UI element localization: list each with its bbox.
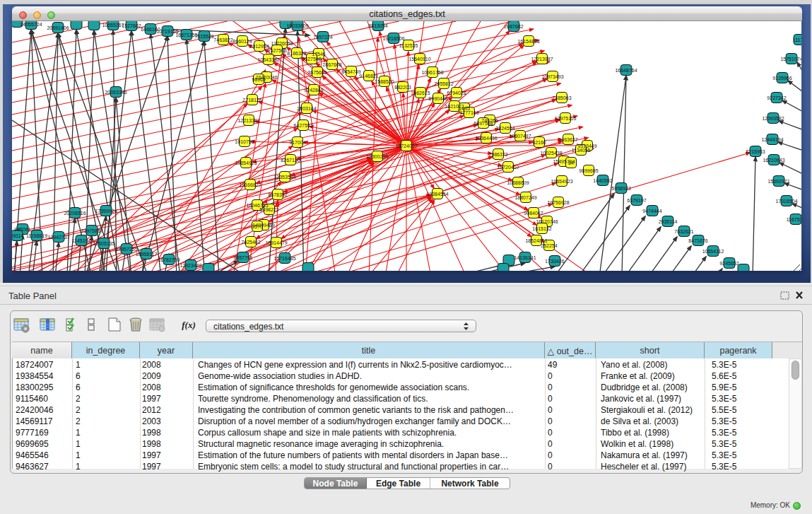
svg-text:8186328: 8186328 bbox=[287, 51, 306, 56]
svg-text:16154808: 16154808 bbox=[517, 39, 539, 44]
svg-text:12093582: 12093582 bbox=[762, 116, 784, 121]
svg-text:8267130: 8267130 bbox=[281, 158, 300, 163]
svg-text:11156819: 11156819 bbox=[26, 233, 47, 238]
svg-text:14136141: 14136141 bbox=[514, 255, 536, 260]
svg-text:12923448: 12923448 bbox=[180, 263, 201, 268]
svg-text:12942737: 12942737 bbox=[47, 235, 69, 240]
svg-text:917004: 917004 bbox=[289, 140, 305, 145]
svg-text:20364436: 20364436 bbox=[475, 136, 497, 141]
svg-text:18300295: 18300295 bbox=[366, 154, 388, 159]
svg-text:10654112: 10654112 bbox=[702, 249, 724, 254]
svg-text:15692971: 15692971 bbox=[767, 179, 789, 184]
svg-text:98965: 98965 bbox=[252, 77, 266, 82]
svg-text:84: 84 bbox=[568, 160, 574, 165]
svg-text:10688609: 10688609 bbox=[507, 180, 529, 185]
svg-text:6794028: 6794028 bbox=[447, 90, 466, 95]
svg-text:9463627: 9463627 bbox=[558, 137, 577, 142]
svg-text:15720407: 15720407 bbox=[497, 165, 519, 170]
svg-text:9227342: 9227342 bbox=[767, 95, 786, 100]
svg-text:7632621: 7632621 bbox=[674, 229, 693, 234]
svg-text:12975115: 12975115 bbox=[555, 116, 577, 121]
svg-text:10958117: 10958117 bbox=[136, 252, 158, 257]
svg-text:8990448: 8990448 bbox=[428, 96, 447, 101]
svg-text:39114: 39114 bbox=[12, 233, 24, 238]
svg-text:252254: 252254 bbox=[541, 243, 557, 248]
svg-text:16914479: 16914479 bbox=[265, 240, 287, 245]
svg-text:17359924: 17359924 bbox=[95, 209, 117, 214]
svg-text:18807249: 18807249 bbox=[514, 195, 536, 200]
svg-text:7857224: 7857224 bbox=[313, 35, 332, 40]
svg-text:7485063: 7485063 bbox=[552, 95, 571, 100]
svg-text:16120746: 16120746 bbox=[536, 219, 558, 224]
svg-text:5498222: 5498222 bbox=[259, 207, 278, 212]
svg-text:9146821: 9146821 bbox=[359, 74, 378, 78]
svg-text:11172: 11172 bbox=[793, 37, 801, 42]
svg-text:15640910: 15640910 bbox=[408, 57, 430, 62]
svg-text:62160: 62160 bbox=[532, 140, 546, 145]
svg-text:3675685: 3675685 bbox=[307, 70, 326, 75]
svg-text:10655267: 10655267 bbox=[102, 23, 124, 28]
svg-text:8912954: 8912954 bbox=[249, 44, 269, 49]
svg-text:9527503: 9527503 bbox=[267, 48, 286, 53]
svg-text:8454749: 8454749 bbox=[341, 69, 360, 74]
svg-text:1010755: 1010755 bbox=[235, 139, 254, 144]
svg-text:7986372: 7986372 bbox=[488, 152, 507, 157]
svg-text:19218506: 19218506 bbox=[382, 36, 404, 41]
svg-text:1134055: 1134055 bbox=[572, 148, 591, 153]
svg-text:9657791: 9657791 bbox=[233, 255, 252, 260]
svg-text:985061: 985061 bbox=[14, 227, 30, 232]
svg-text:9474444: 9474444 bbox=[642, 209, 661, 214]
svg-text:9899695: 9899695 bbox=[579, 168, 598, 173]
svg-text:20691406: 20691406 bbox=[47, 25, 69, 30]
svg-text:12353594: 12353594 bbox=[273, 175, 295, 180]
svg-text:2867608: 2867608 bbox=[322, 62, 341, 67]
svg-text:13226058: 13226058 bbox=[271, 41, 293, 46]
svg-text:10961758: 10961758 bbox=[421, 70, 443, 75]
svg-text:14055724: 14055724 bbox=[20, 22, 42, 27]
svg-text:23975887: 23975887 bbox=[81, 228, 102, 233]
svg-text:1145194: 1145194 bbox=[72, 238, 91, 243]
svg-text:19756928: 19756928 bbox=[547, 200, 569, 205]
svg-text:2718126: 2718126 bbox=[242, 98, 261, 103]
svg-text:8813054: 8813054 bbox=[368, 23, 387, 28]
svg-text:1527602: 1527602 bbox=[122, 23, 141, 28]
svg-text:19654925: 19654925 bbox=[235, 160, 257, 165]
svg-text:18724007: 18724007 bbox=[395, 144, 417, 148]
svg-text:9242848: 9242848 bbox=[304, 88, 323, 93]
svg-text:16648764: 16648764 bbox=[615, 68, 637, 73]
svg-text:1167533: 1167533 bbox=[787, 217, 801, 222]
svg-text:19166827: 19166827 bbox=[239, 182, 261, 187]
svg-text:5958923: 5958923 bbox=[611, 186, 630, 191]
svg-text:7515526: 7515526 bbox=[194, 34, 213, 39]
svg-text:9084067: 9084067 bbox=[524, 211, 543, 216]
svg-text:2935114: 2935114 bbox=[659, 219, 678, 224]
svg-text:6897568: 6897568 bbox=[473, 121, 493, 126]
svg-text:1562615: 1562615 bbox=[411, 90, 430, 95]
svg-text:1733426: 1733426 bbox=[545, 259, 564, 264]
svg-text:17957255: 17957255 bbox=[115, 247, 137, 252]
svg-text:17546: 17546 bbox=[312, 52, 326, 57]
svg-text:882203: 882203 bbox=[394, 85, 411, 90]
svg-text:8471676: 8471676 bbox=[688, 238, 707, 243]
svg-text:20206516: 20206516 bbox=[64, 211, 86, 216]
svg-text:3824554: 3824554 bbox=[495, 126, 514, 131]
svg-text:9129966: 9129966 bbox=[772, 76, 792, 81]
svg-text:12444194: 12444194 bbox=[761, 137, 783, 142]
svg-text:10807487: 10807487 bbox=[509, 134, 531, 139]
svg-text:20053346: 20053346 bbox=[105, 90, 126, 95]
svg-text:1570: 1570 bbox=[252, 224, 263, 229]
svg-text:15751074: 15751074 bbox=[780, 57, 801, 62]
svg-text:9777169: 9777169 bbox=[459, 110, 478, 115]
svg-text:10025438: 10025438 bbox=[540, 151, 562, 156]
svg-text:8660124: 8660124 bbox=[233, 39, 252, 44]
svg-text:2803144: 2803144 bbox=[297, 106, 316, 111]
svg-text:18524851: 18524851 bbox=[525, 238, 547, 243]
svg-text:16033809: 16033809 bbox=[286, 23, 308, 28]
svg-text:7955812: 7955812 bbox=[434, 81, 453, 86]
svg-text:8427552: 8427552 bbox=[293, 123, 312, 128]
svg-text:8678352: 8678352 bbox=[268, 192, 287, 197]
svg-text:7625402: 7625402 bbox=[241, 240, 260, 245]
svg-text:8215953: 8215953 bbox=[746, 149, 765, 154]
svg-text:12213383: 12213383 bbox=[237, 118, 259, 123]
svg-text:1132535: 1132535 bbox=[399, 43, 418, 48]
